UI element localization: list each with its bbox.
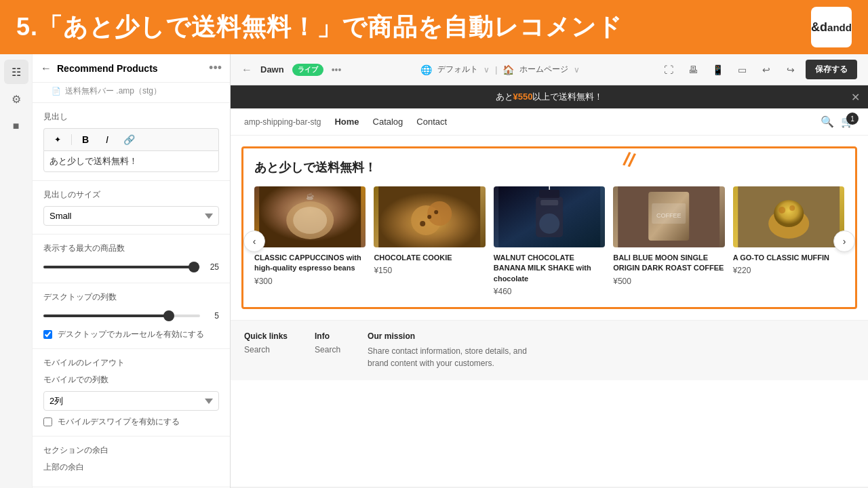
viewport-mobile-icon[interactable]: 📱 [708, 60, 727, 79]
product-image-0: ☕ [254, 186, 366, 247]
shipping-bar-close-icon[interactable]: ✕ [851, 91, 860, 104]
carousel-next-button[interactable]: › [833, 230, 855, 252]
undo-icon[interactable]: ↩ [757, 60, 776, 79]
save-button[interactable]: 保存する [806, 60, 857, 79]
nav-link-catalog[interactable]: Catalog [373, 117, 403, 127]
product-card-0[interactable]: ☕ CLASSIC CAPPUCCINOS with high-quality … [254, 186, 366, 296]
subtitle-text: 送料無料バー .amp（stg） [65, 85, 161, 97]
mobile-cols-select[interactable]: 2列 1列 [43, 391, 219, 411]
svg-point-9 [435, 210, 439, 214]
max-products-value: 25 [205, 262, 219, 272]
search-icon[interactable]: 🔍 [821, 115, 834, 128]
nav-link-contact[interactable]: Contact [416, 117, 447, 127]
browser-chrome: ← Dawn ライブ ••• 🌐 デフォルト ∨ | 🏠 ホームページ ∨ ⛶ … [231, 54, 868, 85]
max-products-section: 表示する最大の商品数 25 [33, 235, 230, 283]
viewport-fit-icon[interactable]: ⛶ [659, 60, 678, 79]
max-products-label: 表示する最大の商品数 [43, 243, 219, 254]
live-badge: ライブ [292, 64, 323, 76]
heading-size-section: 見出しのサイズ Small Medium Large [33, 181, 230, 235]
preview-area: ← Dawn ライブ ••• 🌐 デフォルト ∨ | 🏠 ホームページ ∨ ⛶ … [231, 54, 868, 488]
viewport-tablet-icon[interactable]: ▭ [732, 60, 751, 79]
store-nav-icons: 🔍 🛒 1 [821, 115, 854, 128]
product-image-2 [494, 186, 605, 247]
cart-icon[interactable]: 🛒 1 [841, 115, 854, 128]
product-name-0: CLASSIC CAPPUCCINOS with high-quality es… [254, 253, 366, 274]
shipping-bar: あと¥550以上で送料無料！ ✕ [231, 85, 868, 108]
svg-point-8 [428, 215, 432, 219]
back-icon[interactable]: ← [41, 62, 52, 75]
svg-point-23 [778, 207, 785, 214]
product-name-4: A GO-TO CLASSIC MUFFIN [733, 253, 844, 263]
italic-icon[interactable]: I [99, 131, 115, 148]
product-price-3: ¥500 [613, 277, 724, 286]
carousel-prev-button[interactable]: ‹ [243, 230, 265, 252]
section-padding-label: セクションの余白 [43, 445, 219, 456]
carousel-checkbox[interactable] [43, 330, 52, 339]
svg-point-22 [774, 200, 804, 227]
footer-mission-title: Our mission [368, 331, 544, 341]
shipping-bar-after: 以上で送料無料！ [532, 92, 603, 102]
mobile-cols-label: モバイルでの列数 [43, 374, 219, 386]
viewport-desktop-icon[interactable]: 🖶 [684, 60, 703, 79]
browser-more-icon[interactable]: ••• [332, 64, 342, 75]
mobile-swipe-checkbox[interactable] [43, 418, 52, 426]
brand-logo: &dandd [811, 7, 852, 47]
browser-back-icon[interactable]: ← [241, 64, 252, 76]
redo-icon[interactable]: ↪ [781, 60, 800, 79]
svg-point-24 [789, 205, 795, 211]
products-row: ‹ ☕ [254, 186, 844, 296]
shipping-bar-amount: ¥550 [513, 92, 533, 102]
footer-info-link-0[interactable]: Search [315, 345, 340, 354]
svg-text:COFFEE: COFFEE [656, 212, 682, 219]
product-card-4[interactable]: A GO-TO CLASSIC MUFFIN ¥220 [733, 186, 844, 296]
heading-text-input[interactable]: あと少しで送料無料！ [43, 150, 219, 172]
more-options-icon[interactable]: ••• [209, 61, 222, 75]
product-image-4 [733, 186, 844, 247]
top-padding-label: 上部の余白 [43, 462, 219, 473]
browser-store-name: Dawn [260, 64, 284, 75]
bold-icon[interactable]: B [77, 131, 94, 148]
store-nav: amp-shipping-bar-stg Home Catalog Contac… [231, 108, 868, 136]
sidebar-subtitle: 📄 送料無料バー .amp（stg） [33, 83, 230, 103]
max-products-slider[interactable] [43, 266, 200, 268]
product-image-1 [374, 186, 485, 247]
product-card-2[interactable]: WALNUT CHOCOLATE BANANA MILK SHAKE with … [494, 186, 605, 296]
footer-info: Info Search [315, 331, 340, 369]
footer-quick-links: Quick links Search [244, 331, 288, 369]
sidebar-content: ← Recommend Products ••• 📄 送料無料バー .amp（s… [33, 54, 230, 488]
footer-mission-text: Share contact information, store details… [368, 345, 544, 369]
product-name-1: CHOCOLATE COOKIE [374, 253, 485, 263]
rec-section: あと少しで送料無料！ ‹ [241, 146, 857, 309]
sidebar-nav-settings[interactable]: ⚙ [4, 87, 28, 111]
sidebar-panel-title: Recommend Products [57, 63, 203, 74]
footer-quick-link-0[interactable]: Search [244, 345, 288, 354]
desktop-cols-value: 5 [205, 311, 219, 321]
sidebar-nav-apps[interactable]: ■ [4, 114, 28, 138]
carousel-label[interactable]: デスクトップでカルーセルを有効にする [58, 329, 204, 340]
sidebar-topbar: ← Recommend Products ••• [33, 54, 230, 83]
browser-controls: ⛶ 🖶 📱 ▭ ↩ ↪ 保存する [659, 60, 857, 79]
product-name-2: WALNUT CHOCOLATE BANANA MILK SHAKE with … [494, 253, 605, 284]
svg-point-2 [293, 207, 327, 234]
heading-label: 見出し [43, 111, 219, 123]
store-name: amp-shipping-bar-stg [244, 117, 321, 127]
product-card-1[interactable]: CHOCOLATE COOKIE ¥150 [374, 186, 485, 296]
sidebar-nav-pages[interactable]: ☷ [4, 60, 28, 84]
top-banner: 5.「あと少しで送料無料！」で商品を自動レコメンド &dandd [0, 0, 868, 54]
store-nav-links: Home Catalog Contact [334, 117, 447, 127]
link-icon[interactable]: 🔗 [121, 131, 137, 148]
svg-point-6 [428, 201, 452, 226]
store-footer: Quick links Search Info Search Our missi… [231, 320, 868, 380]
desktop-cols-slider[interactable] [43, 314, 200, 317]
heading-size-select[interactable]: Small Medium Large [43, 206, 219, 226]
mobile-swipe-label[interactable]: モバイルデスワイプを有効にする [58, 416, 180, 428]
product-price-1: ¥150 [374, 266, 485, 275]
product-card-3[interactable]: COFFEE BALI BLUE MOON SINGLE ORIGIN DARK… [613, 186, 724, 296]
browser-url: 🌐 デフォルト ∨ | 🏠 ホームページ ∨ [420, 64, 580, 75]
svg-point-15 [539, 214, 559, 234]
svg-rect-12 [539, 190, 559, 198]
nav-link-home[interactable]: Home [334, 117, 359, 127]
product-image-3: COFFEE [613, 186, 724, 247]
sparkle-icon[interactable]: ✦ [50, 131, 66, 148]
url-homepage: ホームページ [519, 64, 568, 75]
